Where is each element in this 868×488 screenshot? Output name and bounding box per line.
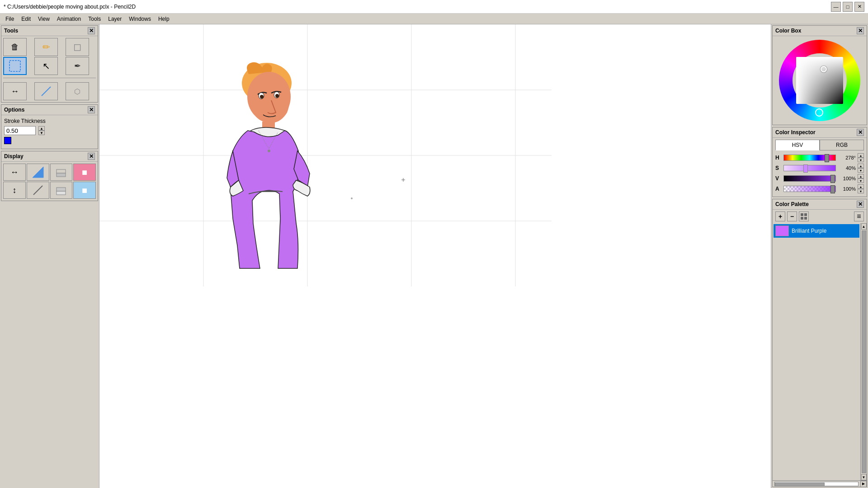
a-up-btn[interactable]: ▲ [858, 184, 864, 189]
display-cube[interactable] [50, 182, 73, 199]
tools-grid: 🗑 ✏ ◻ ↖ ✒ [1, 36, 98, 77]
h-down-btn[interactable]: ▼ [858, 158, 864, 162]
menu-file[interactable]: File [2, 15, 18, 23]
palette-hscroll-thumb[interactable] [775, 483, 825, 486]
titlebar-controls: — □ ✕ [831, 2, 864, 12]
tab-rgb[interactable]: RGB [820, 140, 864, 150]
colorinspector-panel-close[interactable]: ✕ [857, 129, 864, 136]
minimize-button[interactable]: — [831, 2, 841, 12]
v-slider-thumb[interactable] [830, 175, 835, 183]
pen-tool[interactable]: ✒ [66, 57, 89, 75]
s-row: S 40% ▲ ▼ [775, 164, 864, 173]
menu-tools[interactable]: Tools [85, 15, 104, 23]
colorinspector-panel-header: Color Inspector ✕ [773, 127, 867, 138]
a-slider-gradient [784, 186, 835, 192]
clear-tool[interactable]: 🗑 [3, 38, 27, 56]
menu-windows[interactable]: Windows [125, 15, 155, 23]
a-value: 100% [838, 186, 856, 192]
s-slider[interactable] [783, 165, 836, 171]
h-slider[interactable] [783, 155, 836, 161]
main-area: Tools ✕ 🗑 ✏ ◻ ↖ ✒ ↔ ⬡ [0, 24, 868, 488]
palette-menu-btn[interactable]: ≡ [854, 211, 864, 221]
display-flip-h[interactable]: ↔ [3, 164, 26, 181]
ci-content: HSV RGB H 278° ▲ ▼ S [773, 138, 867, 197]
menu-layer[interactable]: Layer [104, 15, 125, 23]
display-layers[interactable] [50, 164, 73, 181]
palette-grid-btn[interactable] [799, 211, 809, 221]
color-swatch-row [4, 137, 95, 144]
menu-animation[interactable]: Animation [53, 15, 85, 23]
maximize-button[interactable]: □ [843, 2, 853, 12]
pencil-tool[interactable]: ✏ [34, 38, 58, 56]
palette-swatch-brilliant-purple[interactable]: Brilliant Purple [774, 224, 859, 238]
stroke-value-row: ▲ ▼ [4, 126, 95, 135]
tools-title: Tools [4, 28, 18, 34]
display-gradient[interactable] [27, 164, 49, 181]
colorinspector-panel: Color Inspector ✕ HSV RGB H 278° ▲ [772, 127, 867, 197]
color-swatch[interactable] [4, 137, 11, 144]
close-button[interactable]: ✕ [854, 2, 864, 12]
a-slider-thumb[interactable] [830, 185, 835, 193]
options-panel-close[interactable]: ✕ [88, 106, 95, 113]
menu-edit[interactable]: Edit [18, 15, 34, 23]
color-wheel-container[interactable] [773, 36, 867, 125]
color-wheel-outer[interactable] [779, 40, 860, 121]
color-picker-dot[interactable] [821, 66, 827, 72]
v-slider[interactable] [783, 175, 836, 182]
stroke-down-btn[interactable]: ▼ [38, 131, 45, 135]
palette-remove-btn[interactable]: − [787, 211, 797, 221]
display-panel-close[interactable]: ✕ [88, 153, 95, 160]
stroke-up-btn[interactable]: ▲ [38, 126, 45, 131]
a-slider[interactable] [783, 186, 836, 192]
line-tool[interactable] [34, 82, 58, 100]
eraser-tool[interactable]: ◻ [66, 38, 89, 56]
colorpalette-panel-close[interactable]: ✕ [857, 201, 864, 208]
display-line[interactable] [27, 182, 49, 199]
canvas-container[interactable] [99, 24, 771, 488]
v-value: 100% [838, 176, 856, 181]
color-square[interactable] [796, 57, 843, 104]
stroke-input[interactable] [4, 126, 36, 135]
colorpalette-panel: Color Palette ✕ + − ≡ Brilliant Purple [772, 199, 867, 487]
display-color2[interactable]: ■ [73, 182, 96, 199]
palette-scroll-down[interactable]: ▼ [861, 474, 867, 480]
h-slider-thumb[interactable] [825, 154, 829, 162]
palette-scroll-up[interactable]: ▲ [861, 223, 867, 230]
menu-view[interactable]: View [34, 15, 53, 23]
canvas-area[interactable] [99, 24, 771, 488]
arrow-tool[interactable]: ↔ [3, 82, 27, 100]
s-slider-thumb[interactable] [803, 164, 808, 173]
palette-hscroll-track[interactable] [774, 482, 859, 486]
paint-tool[interactable]: ⬡ [66, 82, 89, 100]
palette-add-btn[interactable]: + [775, 211, 785, 221]
color-square-overlay[interactable] [796, 57, 843, 104]
a-down-btn[interactable]: ▼ [858, 189, 864, 193]
colorbox-panel-close[interactable]: ✕ [857, 27, 864, 34]
display-color1[interactable]: ■ [73, 164, 96, 181]
display-title: Display [4, 153, 24, 160]
svg-rect-7 [57, 188, 66, 191]
tools-panel-header: Tools ✕ [1, 26, 98, 36]
v-up-btn[interactable]: ▲ [858, 174, 864, 178]
s-up-btn[interactable]: ▲ [858, 164, 864, 168]
canvas-background [99, 24, 771, 488]
svg-point-25 [268, 150, 270, 152]
options-content: Stroke Thickness ▲ ▼ [1, 115, 98, 149]
tab-hsv[interactable]: HSV [775, 140, 820, 150]
colorbox-panel-header: Color Box ✕ [773, 26, 867, 36]
h-label: H [775, 155, 782, 161]
palette-scroll-thumb[interactable] [862, 230, 866, 473]
s-down-btn[interactable]: ▼ [858, 168, 864, 173]
display-flip-v[interactable]: ↕ [3, 182, 26, 199]
palette-hscroll-right[interactable]: ▶ [860, 481, 867, 487]
pointer-tool[interactable]: ↖ [34, 57, 58, 75]
h-row: H 278° ▲ ▼ [775, 153, 864, 162]
v-down-btn[interactable]: ▼ [858, 178, 864, 183]
colorinspector-title: Color Inspector [775, 129, 816, 136]
h-up-btn[interactable]: ▲ [858, 153, 864, 158]
menu-help[interactable]: Help [155, 15, 173, 23]
select-tool[interactable] [3, 57, 27, 75]
right-panels: Color Box ✕ [771, 24, 868, 488]
hue-indicator[interactable] [815, 108, 823, 117]
tools-panel-close[interactable]: ✕ [88, 27, 95, 34]
